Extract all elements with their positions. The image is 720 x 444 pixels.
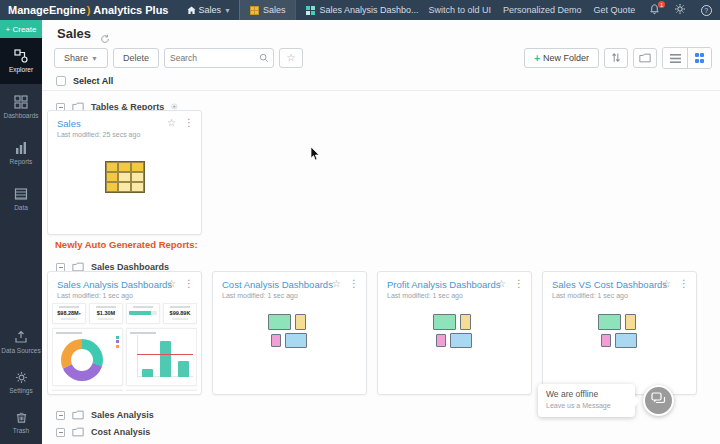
section-profit-analysis: Profit Analysis xyxy=(56,440,154,444)
delete-button[interactable]: Delete xyxy=(113,48,159,68)
select-all-checkbox[interactable] xyxy=(56,76,66,86)
new-folder-button[interactable]: +New Folder xyxy=(524,48,599,68)
search-input[interactable] xyxy=(165,53,259,63)
refresh-icon[interactable] xyxy=(100,30,110,48)
star-icon[interactable]: ☆ xyxy=(332,279,341,289)
dashboard-icon xyxy=(306,6,315,15)
card-modified: Last modified: 1 sec ago xyxy=(552,292,687,299)
card-cost-analysis-dashboards[interactable]: Cost Analysis Dashboards Last modified: … xyxy=(212,271,367,395)
question-icon: ? xyxy=(701,5,712,16)
sidebar-item-explorer[interactable]: Explorer xyxy=(0,38,42,84)
personalized-demo-link[interactable]: Personalized Demo xyxy=(503,5,582,15)
app-logo: ManageEngine)Analytics Plus xyxy=(0,4,179,16)
notifications-button[interactable]: 1 xyxy=(647,3,661,17)
sidebar-item-trash[interactable]: Trash xyxy=(0,402,42,442)
section-cost-analysis: Cost Analysis xyxy=(56,423,150,441)
kebab-menu-icon[interactable]: ⋮ xyxy=(514,279,524,289)
donut-chart-panel xyxy=(52,328,123,386)
brand-swoosh: ) xyxy=(87,4,91,16)
settings-button[interactable] xyxy=(673,3,687,17)
notification-badge: 1 xyxy=(658,1,665,8)
create-button[interactable]: + Create xyxy=(0,20,42,38)
sidebar-item-data[interactable]: Data xyxy=(0,176,42,222)
card-sales-vs-cost-dashboards[interactable]: Sales VS Cost Dashboards Last modified: … xyxy=(542,271,697,395)
sidebar-item-data-sources[interactable]: Data Sources xyxy=(0,322,42,362)
help-button[interactable]: ? xyxy=(699,3,713,17)
trash-icon xyxy=(15,411,28,424)
kebab-menu-icon[interactable]: ⋮ xyxy=(349,279,359,289)
toolbar-right: +New Folder xyxy=(524,47,712,69)
reports-icon xyxy=(14,141,28,155)
tab-sales-analysis-dashboard[interactable]: Sales Analysis Dashbo... xyxy=(295,0,428,20)
tab-sales[interactable]: Sales xyxy=(239,0,296,20)
chat-status: We are offline xyxy=(546,389,627,399)
sidebar-item-dashboards[interactable]: Dashboards xyxy=(0,84,42,130)
card-actions: ☆ ⋮ xyxy=(167,118,194,128)
folder-view-button[interactable] xyxy=(633,48,657,68)
kpi-card: $1.30M xyxy=(89,303,123,324)
bar-chart-panel xyxy=(126,328,197,386)
home-icon xyxy=(187,6,196,15)
favorites-filter-button[interactable]: ☆ xyxy=(279,48,303,68)
star-icon[interactable]: ☆ xyxy=(167,118,176,128)
topbar-right: Switch to old UI Personalized Demo Get Q… xyxy=(429,3,720,17)
section-label: Cost Analysis xyxy=(91,427,150,437)
search-box xyxy=(164,48,274,68)
dashboard-thumbnail-icon xyxy=(433,314,477,352)
star-icon[interactable]: ☆ xyxy=(497,279,506,289)
card-modified: Last modified: 1 sec ago xyxy=(387,292,522,299)
plus-icon: + xyxy=(534,53,540,64)
kebab-menu-icon[interactable]: ⋮ xyxy=(184,118,194,128)
folder-icon xyxy=(639,49,651,67)
product-name: Analytics Plus xyxy=(93,4,168,16)
card-profit-analysis-dashboards[interactable]: Profit Analysis Dashboards Last modified… xyxy=(377,271,532,395)
chat-tooltip: We are offline Leave us a Message xyxy=(538,384,635,417)
workspace-selector[interactable]: Sales ▼ xyxy=(179,0,239,20)
toolbar: Share▼ Delete ☆ +New Folder xyxy=(54,47,712,69)
chat-bubbles-icon xyxy=(651,392,667,410)
donut-chart xyxy=(61,339,103,381)
folder-icon xyxy=(72,440,84,444)
kpi-card: $98.28M▾ xyxy=(52,303,86,324)
search-icon[interactable] xyxy=(259,49,273,67)
collapse-icon[interactable] xyxy=(56,428,65,437)
star-icon[interactable]: ☆ xyxy=(167,279,176,289)
sort-button[interactable] xyxy=(604,48,628,68)
star-icon: ☆ xyxy=(287,53,296,63)
sidebar-item-label: Explorer xyxy=(9,66,33,73)
sidebar-item-label: Settings xyxy=(9,387,33,394)
threshold-line xyxy=(137,354,193,355)
card-sales-table[interactable]: Sales Last modified: 25 secs ago ☆ ⋮ xyxy=(47,110,202,235)
sidebar-bottom: Data Sources Settings Trash xyxy=(0,322,42,444)
mini-panel xyxy=(52,390,123,392)
kebab-menu-icon[interactable]: ⋮ xyxy=(679,279,689,289)
select-all-label: Select All xyxy=(73,76,113,86)
sidebar-item-label: Trash xyxy=(13,427,29,434)
sidebar-item-label: Reports xyxy=(10,158,33,165)
kebab-menu-icon[interactable]: ⋮ xyxy=(184,279,194,289)
brand-name: ManageEngine xyxy=(8,4,86,16)
get-quote-link[interactable]: Get Quote xyxy=(594,5,636,15)
switch-to-old-ui-link[interactable]: Switch to old UI xyxy=(429,5,492,15)
collapse-icon[interactable] xyxy=(56,411,65,420)
sidebar-item-settings[interactable]: Settings xyxy=(0,362,42,402)
sidebar-item-reports[interactable]: Reports xyxy=(0,130,42,176)
dashboard-thumbnail-icon xyxy=(598,314,642,352)
workspace-name: Sales xyxy=(199,5,222,15)
list-view-button[interactable] xyxy=(663,48,687,68)
view-switcher xyxy=(662,47,712,69)
card-sales-analysis-dashboards[interactable]: Sales Analysis Dashboards Last modified:… xyxy=(47,271,202,395)
star-icon[interactable]: ☆ xyxy=(662,279,671,289)
grid-view-button[interactable] xyxy=(687,48,711,68)
dashboards-icon xyxy=(14,95,28,109)
settings-gear-icon xyxy=(15,371,28,384)
chat-button[interactable] xyxy=(643,385,674,416)
list-icon xyxy=(670,49,681,67)
share-button[interactable]: Share▼ xyxy=(54,48,108,68)
card-header: Sales Last modified: 25 secs ago ☆ ⋮ xyxy=(48,111,201,140)
data-icon xyxy=(14,187,28,201)
folder-icon xyxy=(72,423,84,441)
folder-icon xyxy=(72,406,84,424)
chevron-down-icon: ▼ xyxy=(224,7,231,14)
auto-generated-banner: Newly Auto Generated Reports: xyxy=(55,239,198,250)
